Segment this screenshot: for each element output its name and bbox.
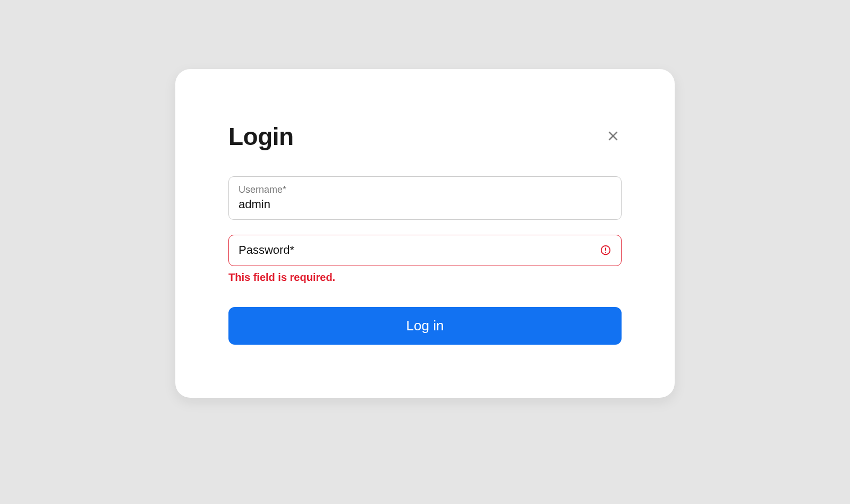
username-field-container: Username*	[228, 176, 622, 220]
close-icon	[607, 130, 619, 144]
password-input[interactable]	[239, 243, 593, 258]
close-button[interactable]	[605, 127, 622, 146]
login-modal: Login Username*	[175, 69, 675, 398]
modal-title: Login	[228, 122, 294, 151]
login-button[interactable]: Log in	[228, 307, 622, 345]
password-field-container: This field is required.	[228, 235, 622, 284]
error-icon	[600, 244, 611, 256]
password-error-text: This field is required.	[228, 271, 622, 284]
password-field[interactable]	[228, 235, 622, 266]
username-label: Username*	[239, 184, 611, 196]
username-input[interactable]	[239, 197, 611, 212]
username-field[interactable]: Username*	[228, 176, 622, 220]
modal-header: Login	[228, 122, 622, 151]
svg-point-4	[605, 252, 606, 253]
